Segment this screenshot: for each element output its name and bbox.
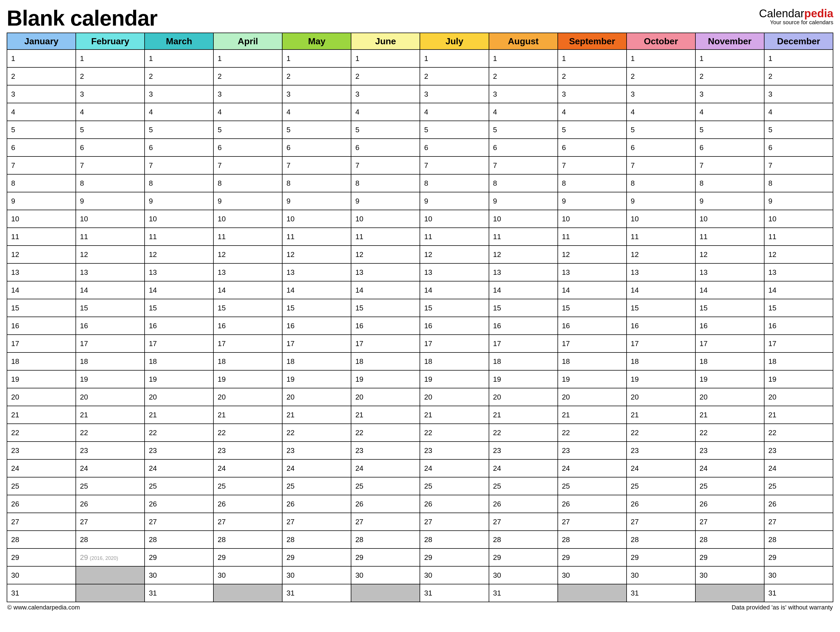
day-cell: 22 — [7, 424, 76, 441]
day-cell: 28 — [489, 531, 558, 548]
brand-part2: pedia — [804, 7, 833, 19]
day-cell: 8 — [76, 174, 145, 192]
day-cell: 8 — [420, 174, 489, 192]
page-title: Blank calendar — [7, 6, 158, 31]
day-cell — [76, 566, 145, 584]
day-cell: 6 — [351, 139, 420, 156]
day-cell: 9 — [627, 192, 695, 210]
day-cell: 9 — [420, 192, 489, 210]
day-cell: 30 — [420, 566, 489, 584]
day-cell: 20 — [558, 388, 627, 406]
day-cell: 11 — [420, 228, 489, 246]
day-row: 272727272727272727272727 — [7, 513, 833, 531]
day-cell: 3 — [213, 85, 282, 103]
brand-block: Calendarpedia Your source for calendars — [759, 6, 833, 25]
day-cell: 5 — [7, 121, 76, 139]
day-cell: 9 — [489, 192, 558, 210]
day-cell: 14 — [351, 281, 420, 299]
day-cell: 17 — [489, 335, 558, 353]
day-row: 262626262626262626262626 — [7, 495, 833, 513]
day-cell: 15 — [558, 299, 627, 317]
day-cell: 7 — [351, 156, 420, 174]
day-cell: 3 — [695, 85, 764, 103]
day-cell: 7 — [7, 156, 76, 174]
day-row: 333333333333 — [7, 85, 833, 103]
day-cell: 21 — [282, 406, 351, 424]
day-cell: 1 — [489, 50, 558, 68]
day-cell: 17 — [351, 335, 420, 353]
day-cell: 19 — [695, 370, 764, 388]
day-cell: 2 — [7, 68, 76, 85]
day-cell: 15 — [213, 299, 282, 317]
day-cell: 17 — [695, 335, 764, 353]
day-cell: 24 — [7, 459, 76, 477]
day-cell: 8 — [558, 174, 627, 192]
day-cell: 23 — [213, 441, 282, 459]
day-cell: 9 — [282, 192, 351, 210]
day-cell: 17 — [7, 335, 76, 353]
day-cell: 13 — [764, 263, 833, 281]
day-cell: 18 — [145, 353, 213, 370]
day-cell: 29 — [420, 548, 489, 566]
month-header-july: July — [420, 33, 489, 50]
day-cell: 18 — [282, 353, 351, 370]
day-cell: 25 — [764, 477, 833, 495]
day-cell: 17 — [420, 335, 489, 353]
day-cell: 14 — [764, 281, 833, 299]
day-cell: 12 — [213, 246, 282, 263]
day-cell: 25 — [627, 477, 695, 495]
day-cell: 20 — [282, 388, 351, 406]
day-cell: 4 — [627, 103, 695, 121]
day-cell: 28 — [282, 531, 351, 548]
day-cell: 26 — [764, 495, 833, 513]
day-cell: 19 — [7, 370, 76, 388]
day-cell: 20 — [351, 388, 420, 406]
day-cell: 19 — [76, 370, 145, 388]
day-cell: 11 — [213, 228, 282, 246]
month-header-september: September — [558, 33, 627, 50]
day-cell: 5 — [489, 121, 558, 139]
day-cell: 17 — [76, 335, 145, 353]
day-cell: 21 — [420, 406, 489, 424]
day-cell: 3 — [76, 85, 145, 103]
day-cell: 21 — [145, 406, 213, 424]
day-cell: 30 — [351, 566, 420, 584]
day-cell: 12 — [489, 246, 558, 263]
day-cell: 29 — [695, 548, 764, 566]
day-cell: 8 — [627, 174, 695, 192]
day-cell: 13 — [558, 263, 627, 281]
day-cell: 21 — [558, 406, 627, 424]
day-row: 444444444444 — [7, 103, 833, 121]
day-cell: 13 — [213, 263, 282, 281]
day-cell: 21 — [7, 406, 76, 424]
day-cell: 5 — [627, 121, 695, 139]
day-cell: 20 — [145, 388, 213, 406]
day-row: 191919191919191919191919 — [7, 370, 833, 388]
day-cell: 25 — [351, 477, 420, 495]
day-cell: 30 — [489, 566, 558, 584]
day-cell: 15 — [695, 299, 764, 317]
day-cell: 4 — [558, 103, 627, 121]
day-row: 888888888888 — [7, 174, 833, 192]
day-cell: 16 — [351, 317, 420, 335]
day-cell: 11 — [489, 228, 558, 246]
day-cell: 28 — [145, 531, 213, 548]
day-cell: 8 — [695, 174, 764, 192]
day-cell: 1 — [558, 50, 627, 68]
day-cell: 16 — [558, 317, 627, 335]
day-cell: 10 — [558, 210, 627, 228]
day-cell: 15 — [420, 299, 489, 317]
day-cell: 2 — [764, 68, 833, 85]
day-cell: 12 — [76, 246, 145, 263]
day-cell: 26 — [627, 495, 695, 513]
day-cell: 21 — [627, 406, 695, 424]
day-cell: 29 — [764, 548, 833, 566]
day-cell: 24 — [558, 459, 627, 477]
day-cell: 16 — [489, 317, 558, 335]
day-cell: 14 — [145, 281, 213, 299]
day-cell: 14 — [558, 281, 627, 299]
day-cell: 2 — [213, 68, 282, 85]
month-header-august: August — [489, 33, 558, 50]
day-row: 999999999999 — [7, 192, 833, 210]
day-cell: 14 — [420, 281, 489, 299]
